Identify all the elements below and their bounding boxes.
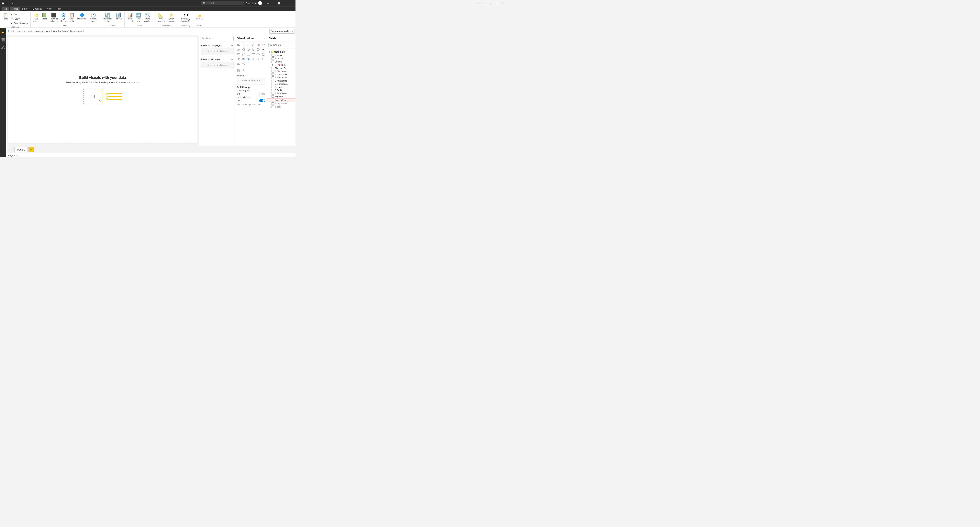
viz-r-visual-icon[interactable]: R: [251, 57, 256, 61]
tree-item-units-sold[interactable]: Σ Units Sold: [267, 102, 296, 105]
menu-help[interactable]: Help: [54, 7, 63, 11]
new-visual-button[interactable]: 📊 Newvisual: [126, 12, 134, 23]
filters-on-all-pages-more-icon[interactable]: ···: [231, 58, 234, 61]
tree-item-sales[interactable]: Σ Sales: [267, 54, 296, 57]
paste-button[interactable]: 📋 Paste: [2, 12, 9, 21]
values-add-area[interactable]: Add data fields here: [237, 78, 265, 83]
country-checkbox[interactable]: [272, 61, 274, 63]
add-page-button[interactable]: +: [29, 147, 33, 152]
discounts-checkbox[interactable]: [272, 70, 274, 73]
financials-group-header[interactable]: ▼ ⊞ financials: [267, 50, 296, 54]
power-bi-datasets-button[interactable]: ⬛ Power BIdatasets: [49, 12, 59, 23]
format-painter-button[interactable]: 🖌Format painter: [10, 21, 29, 25]
keep-filters-toggle[interactable]: [259, 99, 265, 102]
menu-insert[interactable]: Insert: [20, 7, 30, 11]
menu-modeling[interactable]: Modeling: [30, 7, 44, 11]
gross-sales-checkbox[interactable]: [272, 73, 274, 76]
tree-item-segment[interactable]: Segment: [267, 95, 296, 98]
viz-map-icon[interactable]: [256, 52, 260, 56]
viz-scatter-icon[interactable]: [247, 47, 251, 52]
page-nav-right[interactable]: ›: [11, 148, 14, 152]
tree-item-profit[interactable]: Σ Profit: [267, 89, 296, 92]
product-checkbox[interactable]: [272, 86, 274, 88]
page-tab-1[interactable]: Page 1: [14, 147, 28, 153]
units-sold-checkbox[interactable]: [272, 102, 274, 105]
tree-item-sale-price[interactable]: Σ Sale Price: [267, 92, 296, 95]
viz-matrix-icon[interactable]: [247, 52, 251, 56]
recent-sources-button[interactable]: 🕐 Recentsources ▾: [88, 12, 99, 23]
dataverse-button[interactable]: 🔷 Dataverse: [76, 12, 88, 21]
cut-button[interactable]: ✂Cut: [10, 13, 29, 16]
segment-checkbox[interactable]: [272, 95, 274, 98]
tree-item-year[interactable]: Σ Year: [267, 105, 296, 108]
cogs-checkbox[interactable]: [272, 57, 274, 60]
tree-item-month-name[interactable]: Month Name: [267, 79, 296, 82]
viz-bar-line-icon[interactable]: [251, 43, 256, 47]
close-button[interactable]: ✕: [285, 0, 294, 6]
redo-icon[interactable]: ↪: [10, 2, 13, 5]
tree-item-test-column[interactable]: Test Column: [267, 98, 296, 102]
fields-search-input[interactable]: [268, 43, 296, 47]
month-name-checkbox[interactable]: [272, 80, 274, 82]
viz-bar-chart-icon[interactable]: [237, 43, 241, 47]
avatar[interactable]: ●: [258, 1, 262, 5]
cross-report-toggle[interactable]: [259, 92, 265, 95]
tree-item-date[interactable]: ▼ 📅 Date: [267, 63, 296, 67]
excel-button[interactable]: 📗 Excel: [40, 12, 48, 21]
tree-item-month-number[interactable]: Σ Month Nu...: [267, 82, 296, 86]
text-box-button[interactable]: 🔤 Textbox: [134, 12, 142, 23]
drillthrough-add-area[interactable]: Add drill-through fields here: [237, 103, 265, 107]
menu-view[interactable]: View: [45, 7, 53, 11]
filters-search-input[interactable]: [200, 36, 234, 41]
viz-area-chart-icon[interactable]: [237, 47, 241, 52]
tree-item-country[interactable]: Country: [267, 60, 296, 63]
tree-item-gross-sales[interactable]: Σ Gross Sales: [267, 73, 296, 76]
year-checkbox[interactable]: [272, 105, 274, 108]
viz-card-icon[interactable]: 123: [237, 52, 241, 56]
undo-icon[interactable]: ↩: [6, 2, 9, 5]
menu-home[interactable]: Home: [10, 7, 20, 11]
viz-pie-chart-icon[interactable]: [242, 47, 246, 52]
viz-ribbon-chart-icon[interactable]: [256, 43, 260, 47]
date-checkbox[interactable]: [275, 64, 277, 66]
new-measure-button[interactable]: 📐 Newmeasure: [156, 12, 166, 23]
tree-item-discount-band[interactable]: Discount Ba...: [267, 67, 296, 70]
quick-measure-button[interactable]: ⚡ Quickmeasure: [166, 12, 176, 23]
profit-checkbox[interactable]: [272, 89, 274, 91]
filters-on-page-more-icon[interactable]: ···: [231, 44, 234, 47]
viz-build-icon[interactable]: [237, 68, 241, 72]
viz-format-icon[interactable]: [242, 68, 246, 72]
copy-button[interactable]: 📄Copy: [10, 17, 29, 21]
viz-qna-icon[interactable]: ?: [261, 57, 265, 61]
minimize-button[interactable]: —: [264, 0, 273, 6]
viz-table-icon[interactable]: [251, 52, 256, 56]
enter-data-button[interactable]: 📋 Enterdata: [68, 12, 76, 23]
viz-clustered-bar-icon[interactable]: [242, 43, 246, 47]
viz-combo-icon[interactable]: [251, 47, 256, 52]
tree-item-product[interactable]: Product: [267, 86, 296, 89]
sensitivity-button[interactable]: 🏷 Sensitivity(preview) ▾: [180, 12, 192, 23]
view-recovered-button[interactable]: View recovered files: [269, 29, 295, 33]
viz-azure-map-icon[interactable]: [247, 57, 251, 61]
nav-model-icon[interactable]: [0, 44, 6, 51]
viz-line-chart-icon[interactable]: [247, 43, 251, 47]
sale-price-checkbox[interactable]: [272, 92, 274, 94]
save-icon[interactable]: 💾: [2, 2, 5, 5]
maximize-button[interactable]: ⬜: [274, 0, 283, 6]
viz-treemap-icon[interactable]: [261, 52, 265, 56]
filters-on-page-add-area[interactable]: Add data fields here: [200, 48, 234, 54]
tree-item-cogs[interactable]: Σ COGS: [267, 57, 296, 60]
nav-report-icon[interactable]: [0, 29, 6, 35]
transform-data-button[interactable]: 🔄 Transformdata ▾: [102, 12, 113, 23]
viz-smart-narrative-icon[interactable]: [237, 62, 241, 66]
viz-panel-expand-icon[interactable]: ›: [264, 37, 265, 40]
sql-server-button[interactable]: 🗄 SQLServer: [59, 12, 67, 23]
report-canvas[interactable]: Build visuals with your data Select or d…: [8, 37, 197, 143]
more-visuals-button[interactable]: 📉 Morevisuals ▾: [143, 12, 153, 23]
get-data-button[interactable]: 🗂 Getdata ▾: [32, 12, 40, 23]
menu-file[interactable]: File: [2, 7, 9, 11]
viz-filled-map-icon[interactable]: [242, 57, 246, 61]
manufacturing-checkbox[interactable]: [272, 76, 274, 79]
month-number-checkbox[interactable]: [272, 83, 274, 85]
filters-on-all-pages-add-area[interactable]: Add data fields here: [200, 62, 234, 68]
